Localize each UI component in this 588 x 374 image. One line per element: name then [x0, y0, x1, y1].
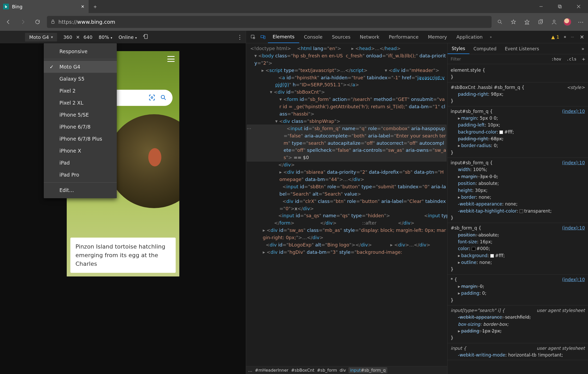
window-maximize-button[interactable]	[550, 0, 569, 13]
style-rule[interactable]: user agent stylesheet input { -webkit-wr…	[448, 343, 588, 360]
device-option[interactable]: Moto G4	[44, 61, 117, 73]
svg-point-5	[553, 20, 555, 22]
device-toggle-icon[interactable]	[258, 32, 268, 42]
dropdown-separator	[44, 182, 117, 183]
styles-tab-styles[interactable]: Styles	[448, 43, 469, 54]
style-rule[interactable]: (index):10 input#sb_form_q { width: 100%…	[448, 158, 588, 223]
browser-tab[interactable]: Bing ✕	[0, 0, 89, 13]
svg-rect-6	[144, 34, 147, 39]
elements-tree[interactable]: <!doctype html> <html lang="en"> ▸ <head…	[246, 43, 447, 366]
new-style-rule-icon[interactable]: ＋	[579, 56, 588, 63]
window-minimize-button[interactable]	[532, 0, 550, 13]
address-bar: https://www.bing.com ⋯	[0, 13, 588, 31]
settings-more-icon[interactable]: ⋯	[577, 18, 585, 26]
device-option[interactable]: Pixel 2	[44, 85, 117, 97]
back-button[interactable]	[3, 17, 14, 27]
svg-rect-10	[261, 35, 264, 38]
svg-rect-0	[558, 5, 561, 7]
svg-point-7	[151, 96, 153, 98]
device-option[interactable]: iPhone 5/SE	[44, 109, 117, 121]
device-emulation-pane: Moto G4 360 ✕ 640 80% Online ⋮ Responsiv…	[0, 31, 246, 374]
tab-sources[interactable]: Sources	[327, 31, 355, 43]
device-option[interactable]: Galaxy S5	[44, 73, 117, 85]
device-option-responsive[interactable]: Responsive	[44, 45, 117, 57]
hov-toggle[interactable]: :hov	[549, 57, 564, 62]
throttle-select[interactable]: Online	[119, 34, 137, 40]
style-rule[interactable]: (index):10 * { margin: 0; padding: 0; }	[448, 275, 588, 305]
devtools-panel: Elements Console Sources Network Perform…	[246, 31, 588, 374]
lock-icon	[51, 19, 55, 25]
devtools-settings-icon[interactable]: ⋯	[571, 35, 574, 39]
omnibox[interactable]: https://www.bing.com	[47, 16, 492, 28]
favorite-icon[interactable]	[509, 18, 518, 26]
bing-favicon	[3, 4, 9, 9]
forward-button[interactable]	[18, 17, 28, 27]
tab-elements[interactable]: Elements	[268, 31, 299, 43]
styles-tabs-overflow-icon[interactable]: »	[578, 46, 588, 51]
svg-rect-1	[559, 6, 561, 8]
style-rule[interactable]: (index):10 input#sb_form_q { margin: 5px…	[448, 106, 588, 158]
device-option[interactable]: Pixel 2 XL	[44, 97, 117, 109]
style-rule[interactable]: element.style { }	[448, 65, 588, 82]
bing-caption-card[interactable]: Pinzon Island tortoise hatchling emergin…	[70, 238, 176, 273]
styles-tabs: Styles Computed Event Listeners »	[448, 43, 588, 54]
styles-filter-input[interactable]	[448, 57, 549, 62]
search-submit-icon[interactable]	[160, 94, 167, 102]
device-option-edit[interactable]: Edit…	[44, 184, 117, 196]
url-text: https://www.bing.com	[58, 19, 115, 25]
styles-tab-computed[interactable]: Computed	[469, 43, 501, 54]
style-rule[interactable]: (index):10 #sb_form_q { position: absolu…	[448, 223, 588, 274]
hamburger-icon[interactable]	[167, 56, 175, 62]
device-option[interactable]: iPhone 6/7/8 Plus	[44, 133, 117, 145]
warnings-badge[interactable]: ▲ 1	[551, 34, 559, 40]
svg-rect-2	[52, 21, 54, 23]
inspect-icon[interactable]	[248, 32, 258, 42]
device-dropdown: Responsive Moto G4 Galaxy S5 Pixel 2 Pix…	[44, 43, 117, 198]
window-close-button[interactable]	[569, 0, 588, 13]
svg-point-3	[498, 20, 501, 23]
svg-rect-9	[251, 35, 254, 38]
device-option[interactable]: iPad Pro	[44, 169, 117, 181]
styles-rules[interactable]: element.style { } <style> #sbBoxCnt .has…	[448, 64, 588, 374]
tab-application[interactable]: Application	[452, 31, 487, 43]
styles-filter-bar: :hov .cls ＋	[448, 54, 588, 64]
caption-text: Pinzon Island tortoise hatchling emergin…	[76, 242, 170, 268]
style-rule[interactable]: <style> #sbBoxCnt .hassbi #sb_form_q { p…	[448, 82, 588, 106]
devtools-person-icon[interactable]: ⛯	[564, 35, 567, 39]
device-toolbar-more-icon[interactable]: ⋮	[237, 34, 243, 40]
tab-console[interactable]: Console	[299, 31, 327, 43]
device-option[interactable]: iPhone X	[44, 145, 117, 157]
tab-network[interactable]: Network	[355, 31, 384, 43]
devtools-tabs: Elements Console Sources Network Perform…	[246, 31, 588, 43]
device-dimensions[interactable]: 360 ✕ 640	[63, 34, 93, 40]
search-icon[interactable]	[496, 18, 504, 26]
window-titlebar: Bing ✕ ＋	[0, 0, 588, 13]
rotate-icon[interactable]	[143, 34, 149, 40]
svg-point-8	[161, 95, 164, 99]
visual-search-icon[interactable]	[149, 94, 155, 102]
elements-breadcrumbs[interactable]: … #mHeaderInner #sbBoxCnt #sb_form div i…	[246, 366, 447, 374]
zoom-select[interactable]: 80%	[99, 34, 112, 40]
styles-tab-event-listeners[interactable]: Event Listeners	[501, 43, 543, 54]
reload-button[interactable]	[32, 17, 43, 27]
profile-avatar[interactable]	[564, 18, 571, 26]
favorites-bar-icon[interactable]	[523, 18, 531, 26]
cls-toggle[interactable]: .cls	[564, 57, 579, 62]
tab-title: Bing	[12, 4, 78, 9]
profile-switcher-icon[interactable]	[550, 18, 558, 26]
device-option[interactable]: iPad	[44, 157, 117, 169]
tab-performance[interactable]: Performance	[384, 31, 423, 43]
dropdown-separator	[44, 59, 117, 59]
collections-icon[interactable]	[536, 18, 545, 26]
close-tab-icon[interactable]: ✕	[81, 4, 84, 9]
devtools-close-icon[interactable]: ✕	[578, 34, 586, 40]
tabs-overflow-icon[interactable]: »	[487, 35, 494, 39]
dimensions-x-icon: ✕	[76, 34, 80, 40]
device-option[interactable]: iPhone 6/7/8	[44, 121, 117, 133]
device-toolbar: Moto G4 360 ✕ 640 80% Online ⋮	[0, 31, 246, 43]
styles-pane: Styles Computed Event Listeners » :hov .…	[447, 43, 588, 374]
tab-memory[interactable]: Memory	[423, 31, 452, 43]
new-tab-button[interactable]: ＋	[89, 0, 102, 13]
device-select[interactable]: Moto G4	[25, 33, 57, 41]
style-rule[interactable]: user agent stylesheet input[type="search…	[448, 305, 588, 343]
